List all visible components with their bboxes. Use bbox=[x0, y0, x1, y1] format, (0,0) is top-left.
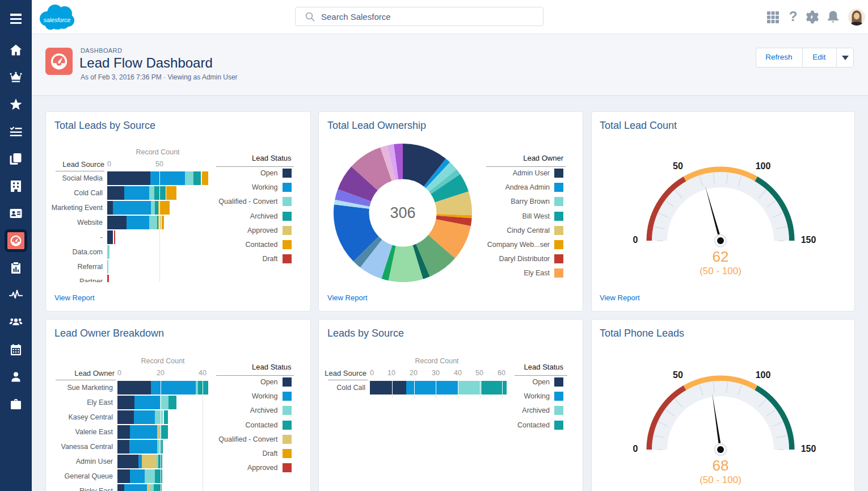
svg-text:salesforce: salesforce bbox=[44, 16, 71, 23]
